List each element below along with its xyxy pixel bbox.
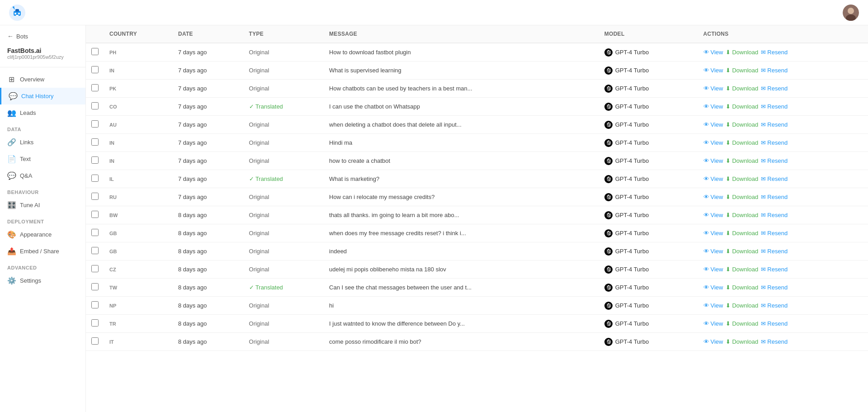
- view-button[interactable]: 👁 View: [703, 67, 723, 74]
- sidebar-item-text[interactable]: 📄 Text: [0, 151, 85, 167]
- row-message: come posso rimodificare il mio bot?: [324, 333, 599, 351]
- resend-icon: ✉: [761, 85, 766, 92]
- row-model: GPT-4 Turbo: [599, 152, 698, 170]
- row-checkbox[interactable]: [91, 156, 99, 164]
- row-checkbox[interactable]: [91, 319, 99, 327]
- download-button[interactable]: ⬇ Download: [726, 85, 758, 92]
- view-button[interactable]: 👁 View: [703, 338, 723, 345]
- row-actions: 👁 View ⬇ Download ✉ Resend: [698, 242, 868, 260]
- download-button[interactable]: ⬇ Download: [726, 121, 758, 128]
- download-button[interactable]: ⬇ Download: [726, 67, 758, 74]
- download-button[interactable]: ⬇ Download: [726, 338, 758, 345]
- view-button[interactable]: 👁 View: [703, 194, 723, 200]
- resend-button[interactable]: ✉ Resend: [761, 85, 788, 92]
- row-checkbox[interactable]: [91, 247, 99, 254]
- row-checkbox[interactable]: [91, 120, 99, 128]
- row-checkbox-cell: [86, 170, 104, 188]
- sidebar-item-tune-ai[interactable]: 🎛️ Tune AI: [0, 197, 85, 213]
- view-button[interactable]: 👁 View: [703, 230, 723, 237]
- bot-name: FastBots.ai: [7, 47, 78, 54]
- row-checkbox[interactable]: [91, 283, 99, 290]
- sidebar-item-appearance[interactable]: 🎨 Appearance: [0, 226, 85, 243]
- resend-button[interactable]: ✉ Resend: [761, 284, 788, 291]
- resend-button[interactable]: ✉ Resend: [761, 266, 788, 273]
- model-name: GPT-4 Turbo: [615, 284, 649, 291]
- resend-button[interactable]: ✉ Resend: [761, 248, 788, 255]
- view-button[interactable]: 👁 View: [703, 302, 723, 309]
- view-button[interactable]: 👁 View: [703, 320, 723, 327]
- resend-button[interactable]: ✉ Resend: [761, 121, 788, 128]
- row-type: Original: [244, 43, 324, 62]
- download-button[interactable]: ⬇ Download: [726, 248, 758, 255]
- view-button[interactable]: 👁 View: [703, 85, 723, 92]
- logo-area: [9, 5, 25, 21]
- sidebar-item-leads[interactable]: 👥 Leads: [0, 104, 85, 121]
- resend-button[interactable]: ✉ Resend: [761, 212, 788, 218]
- row-model: GPT-4 Turbo: [599, 315, 698, 333]
- sidebar-item-embed-share[interactable]: 📤 Embed / Share: [0, 243, 85, 260]
- view-button[interactable]: 👁 View: [703, 121, 723, 128]
- row-checkbox[interactable]: [91, 301, 99, 308]
- user-avatar[interactable]: [843, 5, 859, 21]
- resend-button[interactable]: ✉ Resend: [761, 157, 788, 164]
- row-checkbox[interactable]: [91, 102, 99, 109]
- row-type: Original: [244, 333, 324, 351]
- view-button[interactable]: 👁 View: [703, 175, 723, 182]
- row-checkbox[interactable]: [91, 48, 99, 55]
- resend-button[interactable]: ✉ Resend: [761, 139, 788, 146]
- sidebar-item-links[interactable]: 🔗 Links: [0, 134, 85, 151]
- row-checkbox[interactable]: [91, 211, 99, 218]
- row-checkbox[interactable]: [91, 265, 99, 272]
- sidebar-item-qa[interactable]: 💬 Q&A: [0, 167, 85, 184]
- download-button[interactable]: ⬇ Download: [726, 266, 758, 273]
- row-checkbox[interactable]: [91, 337, 99, 345]
- view-button[interactable]: 👁 View: [703, 266, 723, 273]
- resend-button[interactable]: ✉ Resend: [761, 320, 788, 327]
- sidebar-item-chat-history[interactable]: 💬 Chat History: [0, 88, 85, 104]
- download-button[interactable]: ⬇ Download: [726, 320, 758, 327]
- view-button[interactable]: 👁 View: [703, 139, 723, 146]
- download-button[interactable]: ⬇ Download: [726, 103, 758, 110]
- resend-button[interactable]: ✉ Resend: [761, 338, 788, 345]
- download-button[interactable]: ⬇ Download: [726, 302, 758, 309]
- resend-button[interactable]: ✉ Resend: [761, 175, 788, 182]
- resend-button[interactable]: ✉ Resend: [761, 230, 788, 237]
- resend-icon: ✉: [761, 121, 766, 128]
- row-checkbox[interactable]: [91, 193, 99, 200]
- row-checkbox-cell: [86, 134, 104, 152]
- model-name: GPT-4 Turbo: [615, 338, 649, 345]
- sidebar-item-label-settings: Settings: [20, 277, 41, 284]
- view-button[interactable]: 👁 View: [703, 284, 723, 291]
- download-icon: ⬇: [726, 302, 731, 309]
- download-button[interactable]: ⬇ Download: [726, 49, 758, 56]
- resend-button[interactable]: ✉ Resend: [761, 194, 788, 200]
- download-icon: ⬇: [726, 248, 731, 255]
- resend-button[interactable]: ✉ Resend: [761, 49, 788, 56]
- sidebar-item-overview[interactable]: ⊞ Overview: [0, 71, 85, 88]
- sidebar-item-settings[interactable]: ⚙️ Settings: [0, 272, 85, 289]
- resend-button[interactable]: ✉ Resend: [761, 67, 788, 74]
- view-button[interactable]: 👁 View: [703, 212, 723, 218]
- svg-rect-5: [16, 15, 19, 16]
- view-button[interactable]: 👁 View: [703, 103, 723, 110]
- row-checkbox[interactable]: [91, 66, 99, 73]
- row-checkbox[interactable]: [91, 175, 99, 182]
- view-button[interactable]: 👁 View: [703, 248, 723, 255]
- row-message: How can i relocate my message credits?: [324, 188, 599, 206]
- row-country: IN: [104, 134, 173, 152]
- back-to-bots[interactable]: ← Bots: [0, 25, 85, 43]
- view-button[interactable]: 👁 View: [703, 49, 723, 56]
- resend-button[interactable]: ✉ Resend: [761, 302, 788, 309]
- download-button[interactable]: ⬇ Download: [726, 139, 758, 146]
- download-button[interactable]: ⬇ Download: [726, 194, 758, 200]
- row-checkbox[interactable]: [91, 84, 99, 91]
- download-button[interactable]: ⬇ Download: [726, 212, 758, 218]
- resend-button[interactable]: ✉ Resend: [761, 103, 788, 110]
- download-button[interactable]: ⬇ Download: [726, 284, 758, 291]
- row-checkbox[interactable]: [91, 138, 99, 146]
- row-checkbox[interactable]: [91, 229, 99, 236]
- download-button[interactable]: ⬇ Download: [726, 157, 758, 164]
- download-button[interactable]: ⬇ Download: [726, 230, 758, 237]
- view-button[interactable]: 👁 View: [703, 157, 723, 164]
- download-button[interactable]: ⬇ Download: [726, 175, 758, 182]
